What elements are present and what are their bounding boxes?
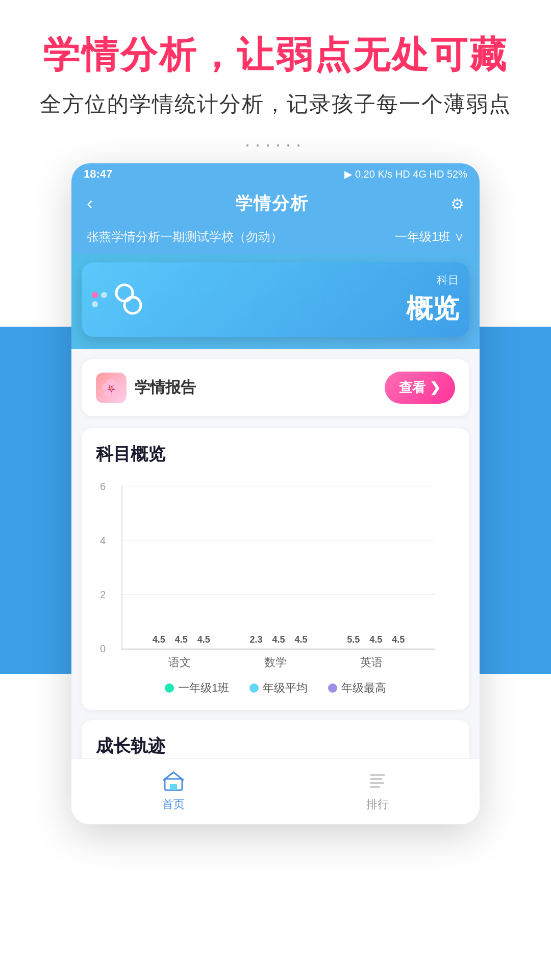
subject-icon-group	[92, 282, 144, 317]
dot-blue-1	[101, 292, 107, 298]
blue-bg-left	[0, 327, 82, 674]
nav-home-label: 首页	[162, 797, 185, 812]
dots-icon	[92, 292, 107, 307]
bars-container: 4.5 4.5 4.5 2.3	[122, 486, 435, 649]
status-bar: 18:47 ▶ 0.20 K/s HD 4G HD 52%	[71, 163, 480, 185]
back-button[interactable]: ‹	[87, 193, 93, 214]
rank-icon	[364, 767, 391, 794]
view-report-button[interactable]: 查看 ❯	[385, 372, 455, 404]
bottom-nav: 首页 排行	[71, 758, 480, 824]
legend-avg: 年级平均	[249, 680, 308, 696]
nav-item-home[interactable]: 首页	[160, 767, 187, 812]
chart-grid: 6 4 2 0	[121, 486, 435, 650]
blue-bg-right	[469, 327, 551, 674]
report-icon: 🌸	[96, 373, 127, 403]
phone-mockup: 18:47 ▶ 0.20 K/s HD 4G HD 52% ‹ 学情分析 ⚙ 张…	[71, 163, 480, 824]
svg-rect-5	[370, 778, 382, 780]
subject-small-label: 科目	[406, 273, 459, 288]
nav-title: 学情分析	[235, 192, 309, 215]
content-area: 🌸 学情报告 查看 ❯ 科目概览 6 4	[71, 349, 480, 824]
subject-overview-chart: 科目概览 6 4 2 0	[82, 428, 469, 710]
x-labels: 语文 数学 英语	[121, 655, 430, 670]
legend-dot-green	[165, 683, 174, 693]
legend-class: 一年级1班	[165, 680, 229, 696]
x-label-yuwen: 语文	[132, 655, 228, 670]
chart-title: 科目概览	[96, 443, 455, 466]
nav-rank-label: 排行	[366, 797, 389, 812]
report-left: 🌸 学情报告	[96, 373, 196, 403]
settings-icon[interactable]: ⚙	[450, 195, 464, 213]
svg-rect-6	[370, 782, 384, 784]
legend-dot-sky	[249, 683, 259, 693]
y-label-4: 4	[100, 535, 106, 547]
page-header: 学情分析，让弱点无处可藏 全方位的学情统计分析，记录孩子每一个薄弱点 ·····…	[0, 0, 551, 181]
svg-rect-7	[370, 786, 380, 788]
y-label-0: 0	[100, 643, 106, 655]
subject-tab-area: 科目 概览	[71, 254, 480, 349]
y-label-6: 6	[100, 481, 106, 493]
view-label: 查看	[399, 379, 425, 397]
bar-chart: 6 4 2 0	[96, 476, 455, 696]
x-label-shuxue: 数学	[228, 655, 323, 670]
class-selector[interactable]: 一年级1班 ∨	[395, 229, 464, 245]
svg-point-1	[124, 297, 141, 313]
status-network: ▶	[344, 168, 352, 180]
dot-pink	[92, 292, 98, 298]
dot-blue-2	[92, 301, 98, 307]
report-title: 学情报告	[135, 377, 196, 398]
subject-overview-tab[interactable]: 科目 概览	[82, 262, 469, 337]
flower-icon: 🌸	[101, 378, 121, 398]
legend-avg-label: 年级平均	[263, 680, 308, 696]
page-subtitle: 全方位的学情统计分析，记录孩子每一个薄弱点	[20, 90, 531, 118]
status-time: 18:47	[84, 167, 112, 181]
svg-rect-4	[370, 774, 385, 776]
subject-big-label: 概览	[406, 291, 459, 327]
school-name: 张燕学情分析一期测试学校（勿动）	[87, 229, 283, 245]
home-icon	[160, 767, 187, 794]
nav-bar: ‹ 学情分析 ⚙	[71, 185, 480, 223]
x-label-yingyu: 英语	[323, 655, 419, 670]
arrow-icon: ❯	[430, 380, 441, 396]
report-card: 🌸 学情报告 查看 ❯	[82, 359, 469, 416]
legend-class-label: 一年级1班	[178, 680, 229, 696]
nav-item-rank[interactable]: 排行	[364, 767, 391, 812]
status-signal: 0.20 K/s HD 4G HD 52%	[355, 168, 467, 180]
legend-dot-purple	[328, 683, 337, 693]
y-label-2: 2	[100, 589, 106, 601]
svg-rect-3	[170, 784, 177, 790]
growth-title: 成长轨迹	[96, 734, 455, 758]
page-title: 学情分析，让弱点无处可藏	[20, 31, 531, 80]
chart-legend: 一年级1班 年级平均 年级最高	[96, 680, 455, 696]
school-bar: 张燕学情分析一期测试学校（勿动） 一年级1班 ∨	[71, 223, 480, 254]
chain-icon	[113, 282, 144, 317]
legend-max-label: 年级最高	[341, 680, 386, 696]
subject-label: 科目 概览	[406, 273, 459, 327]
legend-max: 年级最高	[328, 680, 386, 696]
status-icons: ▶ 0.20 K/s HD 4G HD 52%	[344, 168, 467, 180]
dots-decoration: ······	[20, 134, 531, 155]
